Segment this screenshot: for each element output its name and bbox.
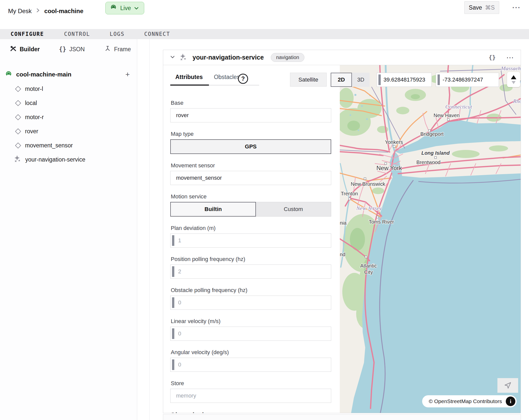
tab-connect[interactable]: CONNECT — [143, 31, 171, 37]
tab-attributes[interactable]: Attributes — [170, 72, 209, 86]
help-icon[interactable]: ? — [238, 74, 248, 84]
attributes-form: Base Map type GPS Movement sensor Motion… — [170, 100, 331, 413]
card-body: Massach Pro Rhode Connecticut New Haven … — [163, 65, 521, 413]
mode-json[interactable]: {} JSON — [59, 46, 85, 53]
movement-sensor-input[interactable] — [170, 171, 331, 185]
latitude-input[interactable] — [383, 73, 430, 87]
map-label: Yonkers — [385, 139, 403, 145]
json-code-icon[interactable]: {} — [489, 54, 496, 61]
base-field: Base — [170, 100, 331, 122]
drag-handle[interactable] — [172, 266, 174, 277]
tree-root-machine[interactable]: cool-machine-main + — [5, 69, 132, 80]
tree-item-local[interactable]: local — [15, 97, 131, 109]
field-label: Position polling frequency (hz) — [171, 256, 331, 262]
map-label: Bridgeport — [420, 131, 444, 137]
latitude-field — [377, 73, 432, 87]
linear-velocity-input[interactable] — [178, 327, 330, 340]
satellite-toggle-button[interactable]: Satellite — [290, 73, 327, 87]
base-input[interactable] — [170, 108, 331, 122]
field-label: Map type — [171, 131, 331, 137]
sidebar-mode-switcher: Builder {} JSON Frame — [0, 43, 137, 55]
angular-velocity-input[interactable] — [178, 358, 330, 372]
map-label: New Haven — [434, 113, 460, 118]
obstacle-detectors-heading: Obstacle detectors — [170, 411, 331, 413]
map-label: Massach — [501, 65, 521, 71]
braces-icon: {} — [59, 46, 66, 53]
mode-json-label: JSON — [69, 46, 85, 53]
tree-item-motor-r[interactable]: motor-r — [15, 112, 131, 123]
plan-deviation-input[interactable] — [178, 234, 330, 247]
chevron-down-icon — [134, 5, 139, 12]
store-input[interactable] — [170, 389, 331, 403]
drag-handle[interactable] — [172, 297, 174, 308]
drag-handle[interactable] — [172, 235, 174, 246]
drag-handle[interactable] — [172, 328, 174, 339]
map-attribution: © OpenStreetMap Contributors i — [422, 395, 517, 407]
longitude-input[interactable] — [443, 73, 498, 87]
info-icon[interactable]: i — [506, 397, 515, 406]
drag-handle[interactable] — [438, 74, 440, 85]
motion-builtin-button[interactable]: Builtin — [170, 202, 256, 217]
component-diamond-icon — [15, 100, 21, 106]
component-diamond-icon — [15, 128, 21, 134]
map-label: Atlantic — [360, 263, 377, 269]
position-polling-field: Position polling frequency (hz) — [170, 256, 331, 279]
field-label: Angular velocity (deg/s) — [171, 349, 331, 356]
live-status-dropdown[interactable]: Live — [105, 2, 144, 14]
position-polling-input[interactable] — [178, 265, 330, 278]
tree-item-label: your-navigation-service — [25, 156, 85, 163]
recenter-button[interactable] — [497, 378, 518, 393]
save-button[interactable]: Save ⌘S — [464, 1, 499, 14]
overflow-menu-button[interactable]: ⋯ — [509, 1, 523, 14]
field-label: Movement sensor — [171, 162, 331, 169]
view-2d-button[interactable]: 2D — [331, 73, 352, 87]
motion-service-field: Motion service Builtin Custom — [170, 193, 331, 217]
map-label: nd — [340, 252, 345, 257]
angular-velocity-field: Angular velocity (deg/s) — [170, 349, 331, 372]
navigation-map[interactable]: Massach Pro Rhode Connecticut New Haven … — [340, 65, 521, 413]
service-sparkle-icon — [14, 155, 21, 164]
map-label: Long Island — [421, 150, 450, 156]
mode-builder[interactable]: Builder — [10, 45, 40, 53]
tree-item-movement-sensor[interactable]: movement_sensor — [15, 140, 131, 151]
live-label: Live — [120, 5, 131, 12]
card-menu-button[interactable]: ⋯ — [506, 53, 514, 62]
card-header: your-navigation-service navigation {} ⋯ — [163, 50, 521, 65]
mode-frame[interactable]: Frame — [104, 45, 131, 53]
tree-item-label: motor-r — [25, 114, 44, 121]
view-3d-button[interactable]: 3D — [352, 73, 370, 87]
map-label: Rhode — [513, 98, 521, 104]
tools-icon — [10, 45, 17, 53]
save-shortcut: ⌘S — [485, 4, 495, 11]
step-down-icon[interactable] — [512, 81, 516, 84]
collapse-chevron-icon[interactable] — [170, 55, 175, 60]
map-label: Trenton — [341, 191, 358, 196]
map-label: New York — [376, 165, 402, 171]
drag-handle[interactable] — [378, 74, 381, 85]
tree-item-navigation-service[interactable]: your-navigation-service — [14, 154, 130, 165]
motion-custom-button[interactable]: Custom — [256, 202, 331, 216]
step-up-icon[interactable] — [511, 75, 516, 79]
movement-sensor-field: Movement sensor — [170, 162, 331, 185]
map-label: New Jersey — [356, 205, 382, 211]
mode-frame-label: Frame — [114, 46, 131, 53]
obstacle-polling-input[interactable] — [178, 296, 330, 309]
service-name: your-navigation-service — [193, 54, 264, 61]
config-sidebar: Builder {} JSON Frame cool-machine-main … — [0, 39, 137, 420]
broadcast-icon — [110, 4, 117, 13]
panel-divider — [149, 39, 150, 420]
tab-logs[interactable]: LOGS — [109, 31, 126, 37]
tree-item-rover[interactable]: rover — [15, 126, 131, 137]
main-tab-bar: CONFIGURE CONTROL LOGS CONNECT — [0, 29, 529, 39]
tab-configure[interactable]: CONFIGURE — [10, 31, 45, 37]
drag-handle[interactable] — [172, 359, 174, 370]
tab-control[interactable]: CONTROL — [63, 31, 91, 37]
coordinate-stepper[interactable] — [507, 72, 520, 87]
breadcrumb-root[interactable]: My Desk — [8, 8, 32, 15]
service-type-badge: navigation — [271, 53, 304, 62]
field-label: Base — [171, 100, 331, 106]
add-component-button[interactable]: + — [123, 70, 132, 79]
tree-item-motor-l[interactable]: motor-l — [15, 83, 131, 94]
map-type-gps-button[interactable]: GPS — [170, 139, 331, 154]
map-label: City — [364, 269, 373, 275]
